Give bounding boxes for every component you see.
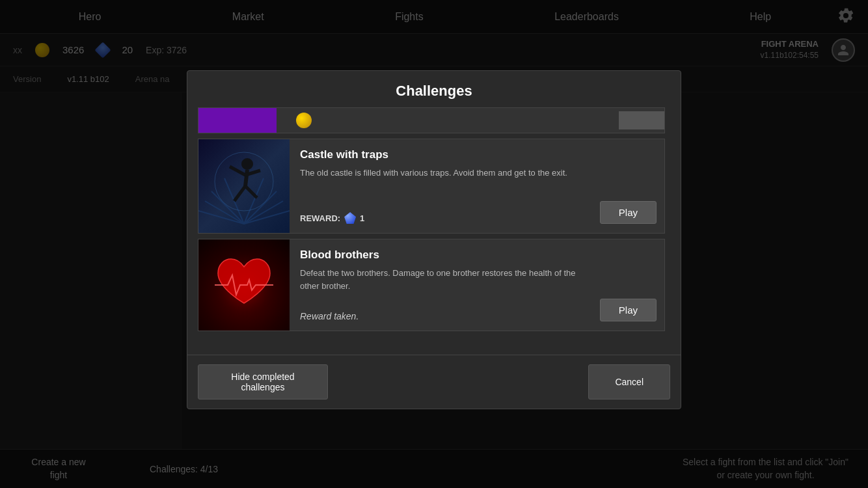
castle-traps-name: Castle with traps <box>300 148 582 161</box>
partial-purple-bar <box>198 107 277 133</box>
castle-traps-play-button[interactable]: Play <box>600 201 657 224</box>
reward-gem-icon <box>344 212 356 224</box>
challenges-modal: Challenges <box>187 70 681 409</box>
partial-gray-bar <box>619 111 664 129</box>
cancel-button[interactable]: Cancel <box>588 364 670 400</box>
hide-completed-button[interactable]: Hide completedchallenges <box>198 364 328 400</box>
reward-label: REWARD: <box>300 213 340 223</box>
blood-brothers-desc: Defeat the two brothers. Damage to one b… <box>300 267 582 292</box>
challenge-blood-brothers: Blood brothers Defeat the two brothers. … <box>198 239 665 331</box>
svg-point-8 <box>241 158 253 170</box>
svg-line-12 <box>234 186 245 201</box>
reward-gem-count: 1 <box>360 213 364 223</box>
blood-brothers-name: Blood brothers <box>300 249 582 262</box>
castle-traps-play: Play <box>592 139 664 233</box>
blood-brothers-image <box>198 239 290 331</box>
blood-brothers-play: Play <box>592 239 664 331</box>
partial-challenge-item <box>198 107 665 133</box>
svg-line-13 <box>245 186 257 198</box>
castle-traps-info: Castle with traps The old castle is fill… <box>290 139 592 233</box>
castle-traps-desc: The old castle is filled with various tr… <box>300 167 582 180</box>
challenges-scroll-area[interactable]: Castle with traps The old castle is fill… <box>198 107 670 355</box>
modal-body: Castle with traps The old castle is fill… <box>187 107 681 355</box>
challenge-castle-with-traps: Castle with traps The old castle is fill… <box>198 139 665 234</box>
svg-line-9 <box>245 170 247 186</box>
blood-brothers-reward-taken: Reward taken. <box>300 311 582 321</box>
modal-footer: Hide completedchallenges Cancel <box>187 355 681 409</box>
blood-brothers-play-button[interactable]: Play <box>600 299 657 321</box>
modal-title: Challenges <box>187 71 681 107</box>
partial-yellow-dot <box>296 113 312 128</box>
castle-traps-image <box>198 139 290 233</box>
blood-brothers-info: Blood brothers Defeat the two brothers. … <box>290 239 592 331</box>
castle-traps-reward: REWARD: 1 <box>300 212 582 224</box>
